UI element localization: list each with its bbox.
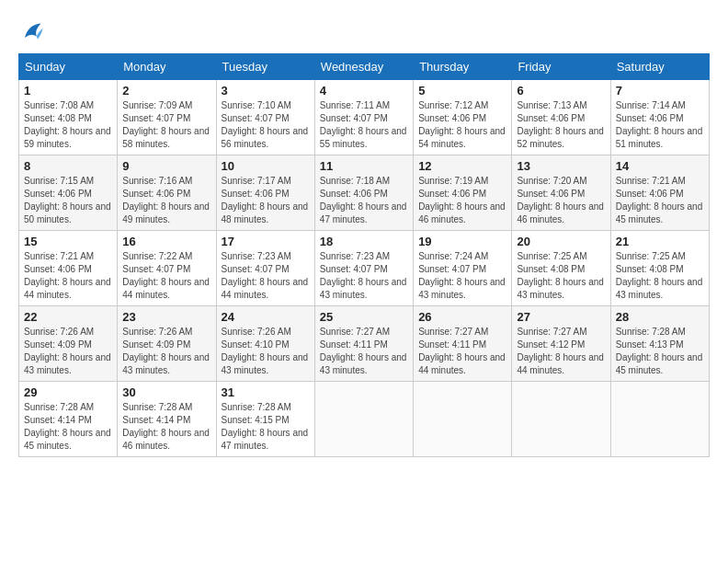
day-detail: Sunrise: 7:22 AMSunset: 4:07 PMDaylight:… bbox=[122, 251, 210, 300]
calendar-week-row: 22Sunrise: 7:26 AMSunset: 4:09 PMDayligh… bbox=[19, 306, 710, 382]
day-detail: Sunrise: 7:23 AMSunset: 4:07 PMDaylight:… bbox=[320, 251, 407, 300]
day-number: 28 bbox=[616, 310, 704, 324]
calendar-cell: 27Sunrise: 7:27 AMSunset: 4:12 PMDayligh… bbox=[512, 306, 610, 382]
calendar-cell: 15Sunrise: 7:21 AMSunset: 4:06 PMDayligh… bbox=[19, 231, 118, 306]
logo bbox=[18, 18, 48, 44]
day-number: 13 bbox=[517, 159, 605, 173]
day-detail: Sunrise: 7:26 AMSunset: 4:09 PMDaylight:… bbox=[24, 327, 111, 375]
calendar-week-row: 29Sunrise: 7:28 AMSunset: 4:14 PMDayligh… bbox=[19, 382, 710, 457]
day-detail: Sunrise: 7:11 AMSunset: 4:07 PMDaylight:… bbox=[320, 100, 407, 149]
day-detail: Sunrise: 7:21 AMSunset: 4:06 PMDaylight:… bbox=[24, 251, 111, 300]
day-detail: Sunrise: 7:28 AMSunset: 4:14 PMDaylight:… bbox=[122, 402, 210, 451]
day-number: 31 bbox=[222, 385, 310, 399]
calendar-week-row: 8Sunrise: 7:15 AMSunset: 4:06 PMDaylight… bbox=[19, 155, 710, 231]
calendar-cell bbox=[414, 382, 512, 457]
calendar-cell: 1Sunrise: 7:08 AMSunset: 4:08 PMDaylight… bbox=[19, 80, 118, 155]
calendar-cell: 11Sunrise: 7:18 AMSunset: 4:06 PMDayligh… bbox=[314, 155, 413, 231]
day-detail: Sunrise: 7:28 AMSunset: 4:13 PMDaylight:… bbox=[616, 327, 703, 375]
calendar-cell: 22Sunrise: 7:26 AMSunset: 4:09 PMDayligh… bbox=[19, 306, 118, 382]
day-detail: Sunrise: 7:13 AMSunset: 4:06 PMDaylight:… bbox=[517, 100, 604, 149]
calendar-cell: 21Sunrise: 7:25 AMSunset: 4:08 PMDayligh… bbox=[610, 231, 709, 306]
weekday-header: Thursday bbox=[414, 54, 512, 80]
calendar-week-row: 15Sunrise: 7:21 AMSunset: 4:06 PMDayligh… bbox=[19, 231, 710, 306]
day-number: 30 bbox=[122, 385, 210, 399]
day-number: 2 bbox=[122, 84, 210, 98]
calendar-cell: 17Sunrise: 7:23 AMSunset: 4:07 PMDayligh… bbox=[216, 231, 314, 306]
calendar: SundayMondayTuesdayWednesdayThursdayFrid… bbox=[18, 53, 710, 457]
day-number: 19 bbox=[418, 235, 506, 248]
day-detail: Sunrise: 7:21 AMSunset: 4:06 PMDaylight:… bbox=[616, 176, 703, 224]
day-detail: Sunrise: 7:27 AMSunset: 4:12 PMDaylight:… bbox=[517, 327, 604, 375]
day-number: 3 bbox=[222, 84, 310, 98]
day-number: 7 bbox=[616, 84, 704, 98]
calendar-cell: 30Sunrise: 7:28 AMSunset: 4:14 PMDayligh… bbox=[118, 382, 216, 457]
calendar-cell: 12Sunrise: 7:19 AMSunset: 4:06 PMDayligh… bbox=[414, 155, 512, 231]
weekday-header: Monday bbox=[118, 54, 216, 80]
day-detail: Sunrise: 7:12 AMSunset: 4:06 PMDaylight:… bbox=[418, 100, 506, 149]
day-number: 21 bbox=[616, 235, 704, 248]
header bbox=[18, 18, 710, 44]
calendar-cell: 18Sunrise: 7:23 AMSunset: 4:07 PMDayligh… bbox=[314, 231, 413, 306]
day-number: 5 bbox=[418, 84, 506, 98]
day-detail: Sunrise: 7:28 AMSunset: 4:14 PMDaylight:… bbox=[24, 402, 111, 451]
calendar-cell: 20Sunrise: 7:25 AMSunset: 4:08 PMDayligh… bbox=[512, 231, 610, 306]
day-number: 9 bbox=[122, 159, 210, 173]
weekday-header-row: SundayMondayTuesdayWednesdayThursdayFrid… bbox=[19, 54, 710, 80]
calendar-cell: 31Sunrise: 7:28 AMSunset: 4:15 PMDayligh… bbox=[216, 382, 314, 457]
calendar-cell: 29Sunrise: 7:28 AMSunset: 4:14 PMDayligh… bbox=[19, 382, 118, 457]
day-number: 20 bbox=[517, 235, 605, 248]
day-detail: Sunrise: 7:25 AMSunset: 4:08 PMDaylight:… bbox=[517, 251, 604, 300]
day-detail: Sunrise: 7:20 AMSunset: 4:06 PMDaylight:… bbox=[517, 176, 604, 224]
calendar-cell: 10Sunrise: 7:17 AMSunset: 4:06 PMDayligh… bbox=[216, 155, 314, 231]
day-detail: Sunrise: 7:18 AMSunset: 4:06 PMDaylight:… bbox=[320, 176, 407, 224]
calendar-cell bbox=[610, 382, 709, 457]
day-detail: Sunrise: 7:25 AMSunset: 4:08 PMDaylight:… bbox=[616, 251, 703, 300]
weekday-header: Friday bbox=[512, 54, 610, 80]
calendar-cell: 23Sunrise: 7:26 AMSunset: 4:09 PMDayligh… bbox=[118, 306, 216, 382]
day-number: 25 bbox=[320, 310, 408, 324]
day-number: 12 bbox=[418, 159, 506, 173]
weekday-header: Tuesday bbox=[216, 54, 314, 80]
day-number: 4 bbox=[320, 84, 408, 98]
calendar-cell: 9Sunrise: 7:16 AMSunset: 4:06 PMDaylight… bbox=[118, 155, 216, 231]
day-number: 16 bbox=[122, 235, 210, 248]
calendar-cell: 6Sunrise: 7:13 AMSunset: 4:06 PMDaylight… bbox=[512, 80, 610, 155]
day-number: 11 bbox=[320, 159, 408, 173]
logo-bird-icon bbox=[18, 18, 44, 44]
day-detail: Sunrise: 7:15 AMSunset: 4:06 PMDaylight:… bbox=[24, 176, 111, 224]
day-detail: Sunrise: 7:23 AMSunset: 4:07 PMDaylight:… bbox=[222, 251, 309, 300]
day-detail: Sunrise: 7:09 AMSunset: 4:07 PMDaylight:… bbox=[122, 100, 210, 149]
calendar-cell: 14Sunrise: 7:21 AMSunset: 4:06 PMDayligh… bbox=[610, 155, 709, 231]
calendar-cell: 28Sunrise: 7:28 AMSunset: 4:13 PMDayligh… bbox=[610, 306, 709, 382]
day-number: 23 bbox=[122, 310, 210, 324]
day-number: 22 bbox=[24, 310, 112, 324]
day-number: 27 bbox=[517, 310, 605, 324]
calendar-cell: 25Sunrise: 7:27 AMSunset: 4:11 PMDayligh… bbox=[314, 306, 413, 382]
day-detail: Sunrise: 7:19 AMSunset: 4:06 PMDaylight:… bbox=[418, 176, 506, 224]
day-number: 15 bbox=[24, 235, 112, 248]
calendar-week-row: 1Sunrise: 7:08 AMSunset: 4:08 PMDaylight… bbox=[19, 80, 710, 155]
day-number: 29 bbox=[24, 385, 112, 399]
day-number: 1 bbox=[24, 84, 112, 98]
day-detail: Sunrise: 7:28 AMSunset: 4:15 PMDaylight:… bbox=[222, 402, 309, 451]
calendar-cell: 26Sunrise: 7:27 AMSunset: 4:11 PMDayligh… bbox=[414, 306, 512, 382]
calendar-cell bbox=[512, 382, 610, 457]
calendar-cell: 8Sunrise: 7:15 AMSunset: 4:06 PMDaylight… bbox=[19, 155, 118, 231]
weekday-header: Wednesday bbox=[314, 54, 413, 80]
calendar-cell: 16Sunrise: 7:22 AMSunset: 4:07 PMDayligh… bbox=[118, 231, 216, 306]
calendar-cell bbox=[314, 382, 413, 457]
day-detail: Sunrise: 7:27 AMSunset: 4:11 PMDaylight:… bbox=[418, 327, 506, 375]
calendar-cell: 2Sunrise: 7:09 AMSunset: 4:07 PMDaylight… bbox=[118, 80, 216, 155]
day-number: 10 bbox=[222, 159, 310, 173]
day-detail: Sunrise: 7:26 AMSunset: 4:10 PMDaylight:… bbox=[222, 327, 309, 375]
day-detail: Sunrise: 7:10 AMSunset: 4:07 PMDaylight:… bbox=[222, 100, 309, 149]
calendar-cell: 7Sunrise: 7:14 AMSunset: 4:06 PMDaylight… bbox=[610, 80, 709, 155]
day-detail: Sunrise: 7:24 AMSunset: 4:07 PMDaylight:… bbox=[418, 251, 506, 300]
day-detail: Sunrise: 7:26 AMSunset: 4:09 PMDaylight:… bbox=[122, 327, 210, 375]
calendar-cell: 19Sunrise: 7:24 AMSunset: 4:07 PMDayligh… bbox=[414, 231, 512, 306]
day-detail: Sunrise: 7:17 AMSunset: 4:06 PMDaylight:… bbox=[222, 176, 309, 224]
calendar-cell: 5Sunrise: 7:12 AMSunset: 4:06 PMDaylight… bbox=[414, 80, 512, 155]
day-number: 24 bbox=[222, 310, 310, 324]
day-number: 8 bbox=[24, 159, 112, 173]
day-number: 26 bbox=[418, 310, 506, 324]
